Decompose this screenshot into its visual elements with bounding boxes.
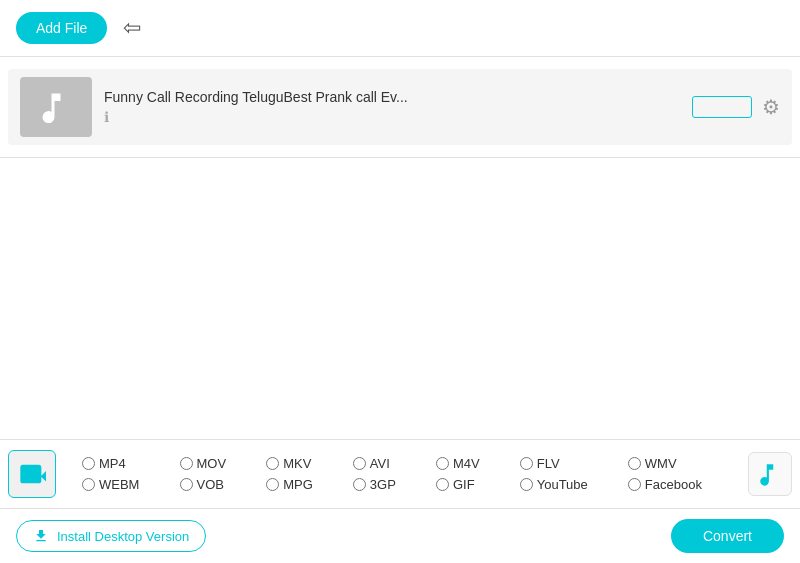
- audio-icon: [757, 461, 783, 487]
- format-panel: MP4 MOV MKV AVI M4V FLV WMV WEBM: [0, 439, 800, 508]
- install-label: Install Desktop Version: [57, 529, 189, 544]
- main-content: [0, 158, 800, 439]
- file-list: Funny Call Recording TeluguBest Prank ca…: [0, 57, 800, 158]
- file-info: Funny Call Recording TeluguBest Prank ca…: [104, 89, 680, 126]
- format-option-mkv[interactable]: MKV: [256, 456, 343, 471]
- add-file-button[interactable]: Add File: [16, 12, 107, 44]
- video-format-tab[interactable]: [8, 450, 56, 498]
- format-option-mpg[interactable]: MPG: [256, 477, 343, 492]
- file-thumbnail: [20, 77, 92, 137]
- format-option-wmv[interactable]: WMV: [618, 456, 732, 471]
- format-option-gif[interactable]: GIF: [426, 477, 510, 492]
- info-icon[interactable]: ℹ: [104, 109, 109, 125]
- format-option-avi[interactable]: AVI: [343, 456, 426, 471]
- download-icon: [33, 528, 49, 544]
- format-option-mov[interactable]: MOV: [170, 456, 257, 471]
- format-option-flv[interactable]: FLV: [510, 456, 618, 471]
- file-name: Funny Call Recording TeluguBest Prank ca…: [104, 89, 680, 105]
- format-option-mp4[interactable]: MP4: [72, 456, 170, 471]
- arrow-icon: ⇦: [123, 15, 141, 41]
- progress-bar: [692, 96, 752, 118]
- convert-button[interactable]: Convert: [671, 519, 784, 553]
- format-option-webm[interactable]: WEBM: [72, 477, 170, 492]
- install-desktop-button[interactable]: Install Desktop Version: [16, 520, 206, 552]
- format-option-facebook[interactable]: Facebook: [618, 477, 732, 492]
- music-icon: [38, 89, 74, 125]
- format-option-3gp[interactable]: 3GP: [343, 477, 426, 492]
- format-option-m4v[interactable]: M4V: [426, 456, 510, 471]
- file-actions: ⚙: [692, 95, 780, 119]
- format-option-vob[interactable]: VOB: [170, 477, 257, 492]
- audio-format-tab[interactable]: [748, 452, 792, 496]
- format-grid: MP4 MOV MKV AVI M4V FLV WMV WEBM: [64, 456, 740, 492]
- toolbar: Add File ⇦: [0, 0, 800, 57]
- settings-icon[interactable]: ⚙: [762, 95, 780, 119]
- file-item: Funny Call Recording TeluguBest Prank ca…: [8, 69, 792, 145]
- video-icon: [18, 460, 46, 488]
- format-option-youtube[interactable]: YouTube: [510, 477, 618, 492]
- action-bar: Install Desktop Version Convert: [0, 508, 800, 563]
